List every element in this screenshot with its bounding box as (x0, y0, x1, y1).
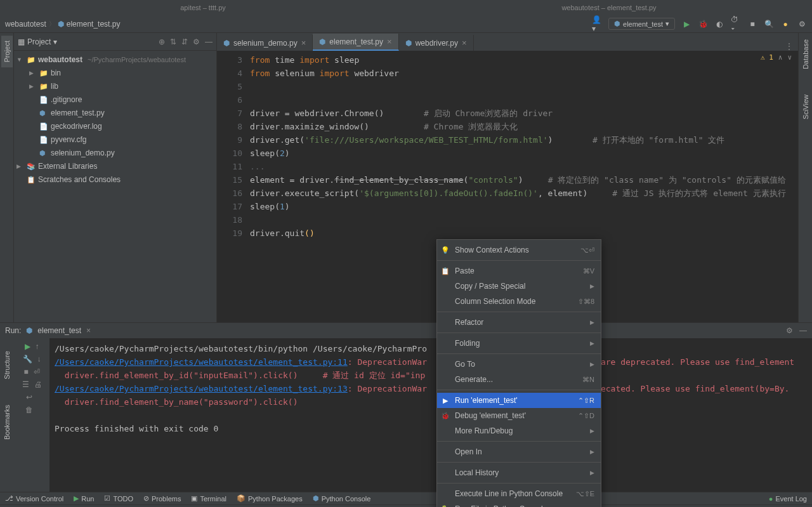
breadcrumb-project[interactable]: webautotest (5, 20, 46, 29)
menu-item-debug-element-test[interactable]: 🐞Debug 'element_test'⌃⇧D (437, 408, 601, 423)
chevron-right-icon[interactable]: ▶ (29, 81, 37, 92)
bookmarks-tool-tab[interactable]: Bookmarks (3, 405, 11, 440)
project-tool-tab[interactable]: Project (1, 36, 13, 67)
tab-element-test[interactable]: ⬢ element_test.py × (313, 34, 398, 51)
close-icon[interactable]: × (387, 37, 392, 46)
user-icon[interactable]: 👤▾ (592, 19, 602, 29)
file-icon: 📄 (39, 135, 48, 145)
scratch-icon: 📋 (27, 174, 36, 185)
todo-tool[interactable]: ☑TODO (104, 494, 133, 503)
tab-options-icon[interactable]: ⋮ (780, 42, 798, 51)
close-tab-icon[interactable]: × (86, 326, 91, 335)
chevron-down-icon[interactable]: ▼ (16, 55, 24, 65)
close-icon[interactable]: × (301, 38, 306, 48)
hide-icon[interactable]: — (799, 326, 807, 335)
return-icon[interactable]: ↩ (26, 393, 32, 402)
menu-item-folding[interactable]: Folding▶ (437, 336, 601, 351)
left-bottom-stripe: Structure Bookmarks (0, 338, 14, 492)
python-file-icon: ⬢ (319, 37, 325, 46)
menu-item-refactor[interactable]: Refactor▶ (437, 315, 601, 330)
tools-icon[interactable]: 🔧 (23, 355, 32, 364)
run-output[interactable]: /Users/caoke/PycharmProjects/webautotest… (49, 338, 812, 492)
menu-item-generate[interactable]: Generate...⌘N (437, 372, 601, 387)
right-tool-stripe: Database SciView (798, 33, 812, 322)
settings-icon[interactable]: ⚙ (797, 19, 807, 29)
tree-folder-lib[interactable]: ▶ 📁 lib (14, 80, 216, 93)
run-config-dropdown[interactable]: ⬢ element_test ▾ (608, 18, 675, 30)
stop-icon[interactable]: ■ (747, 19, 757, 29)
warning-badge[interactable]: ⚠ 1 (761, 53, 773, 62)
tree-file-geckodriver[interactable]: 📄 geckodriver.log (14, 120, 216, 133)
line-gutter[interactable]: 345678910111516171819 (217, 51, 250, 322)
delete-icon[interactable]: 🗑 (25, 405, 33, 414)
prev-highlight-icon[interactable]: ∧ (778, 53, 783, 62)
run-icon[interactable]: ▶ (681, 19, 691, 29)
gear-icon[interactable]: ⚙ (786, 326, 793, 335)
stop-icon[interactable]: ■ (23, 367, 28, 376)
next-highlight-icon[interactable]: ∨ (787, 53, 792, 62)
up-icon[interactable]: ↑ (36, 342, 39, 351)
print-icon[interactable]: 🖨 (34, 380, 42, 389)
run-panel: Run: ⬢ element_test × ⚙ — Structure Book… (0, 322, 812, 492)
tree-file-element-test[interactable]: ⬢ element_test.py (14, 107, 216, 120)
tree-scratches[interactable]: 📋 Scratches and Consoles (14, 173, 216, 187)
breadcrumb-file[interactable]: element_test.py (67, 20, 121, 29)
main-toolbar: webautotest 〉 ⬢ element_test.py 👤▾ ⬢ ele… (0, 15, 812, 33)
debug-icon[interactable]: 🐞 (698, 19, 708, 29)
menu-item-run-file-in-python-console[interactable]: 🐍Run File in Python Console (437, 501, 601, 507)
menu-item-run-element-test[interactable]: ▶Run 'element_test'⌃⇧R (437, 393, 601, 408)
menu-item-more-run-debug[interactable]: More Run/Debug▶ (437, 423, 601, 438)
tree-external-libs[interactable]: ▶ 📚 External Libraries (14, 160, 216, 173)
terminal-tool[interactable]: ▣Terminal (191, 494, 226, 503)
python-file-icon: ⬢ (39, 148, 48, 159)
expand-all-icon[interactable]: ⇅ (170, 37, 176, 46)
chevron-right-icon[interactable]: ▶ (16, 161, 24, 172)
tree-file-pyvenv[interactable]: 📄 pyvenv.cfg (14, 133, 216, 147)
rerun-icon[interactable]: ▶ (25, 342, 30, 351)
run-icon: ▶ (74, 494, 79, 503)
chevron-down-icon[interactable]: ▾ (53, 37, 57, 46)
run-tool[interactable]: ▶Run (74, 494, 94, 503)
breadcrumb[interactable]: webautotest 〉 ⬢ element_test.py (5, 20, 120, 29)
close-icon[interactable]: × (462, 38, 467, 48)
folder-icon: 📁 (39, 68, 48, 79)
titlebar-right: webautotest – element_test.py (406, 4, 812, 11)
search-icon[interactable]: 🔍 (764, 19, 774, 29)
gear-icon[interactable]: ⚙ (193, 37, 200, 46)
menu-item-go-to[interactable]: Go To▶ (437, 357, 601, 372)
sciview-tool-tab[interactable]: SciView (802, 95, 809, 119)
coverage-icon[interactable]: ◐ (714, 19, 724, 29)
menu-item-open-in[interactable]: Open In▶ (437, 444, 601, 459)
structure-tool-tab[interactable]: Structure (3, 351, 11, 379)
chevron-right-icon[interactable]: ▶ (29, 68, 37, 79)
problems-tool[interactable]: ⊘Problems (143, 494, 181, 503)
menu-item-copy-paste-special[interactable]: Copy / Paste Special▶ (437, 279, 601, 294)
tab-selenium-demo[interactable]: ⬢ selenium_demo.py × (217, 35, 313, 51)
softwrap-icon[interactable]: ⏎ (34, 367, 40, 376)
layout-icon[interactable]: ☰ (22, 380, 29, 389)
ide-update-icon[interactable]: ● (780, 19, 790, 29)
menu-item-column-selection-mode[interactable]: Column Selection Mode⇧⌘8 (437, 294, 601, 309)
database-tool-tab[interactable]: Database (802, 39, 809, 69)
editor-context-menu[interactable]: 💡Show Context Actions⌥⏎📋Paste⌘VCopy / Pa… (436, 239, 601, 507)
tree-file-gitignore[interactable]: 📄 .gitignore (14, 93, 216, 107)
menu-item-local-history[interactable]: Local History▶ (437, 465, 601, 480)
project-tree[interactable]: ▼ 📁 webautotest ~/PycharmProjects/webaut… (14, 51, 216, 189)
tree-folder-bin[interactable]: ▶ 📁 bin (14, 67, 216, 80)
tree-root[interactable]: ▼ 📁 webautotest ~/PycharmProjects/webaut… (14, 53, 216, 67)
tree-file-selenium-demo[interactable]: ⬢ selenium_demo.py (14, 147, 216, 160)
menu-item-show-context-actions[interactable]: 💡Show Context Actions⌥⏎ (437, 242, 601, 258)
profile-icon[interactable]: ⏱▾ (731, 19, 741, 29)
down-icon[interactable]: ↓ (37, 355, 41, 364)
menu-item-paste[interactable]: 📋Paste⌘V (437, 263, 601, 279)
menu-item-execute-line-in-python-console[interactable]: Execute Line in Python Console⌥⇧E (437, 486, 601, 501)
select-opened-icon[interactable]: ⊕ (159, 37, 165, 46)
collapse-all-icon[interactable]: ⇵ (181, 37, 188, 46)
status-bar: ◫ Packages installed successfully: Insta… (0, 504, 812, 507)
event-log-tool[interactable]: ●Event Log (769, 495, 807, 503)
version-control-tool[interactable]: ⎇Version Control (5, 494, 63, 503)
tab-webdriver[interactable]: ⬢ webdriver.py × (399, 35, 474, 51)
python-packages-tool[interactable]: 📦Python Packages (237, 494, 303, 503)
python-console-tool[interactable]: ⬢Python Console (313, 494, 371, 503)
hide-icon[interactable]: — (205, 37, 213, 46)
